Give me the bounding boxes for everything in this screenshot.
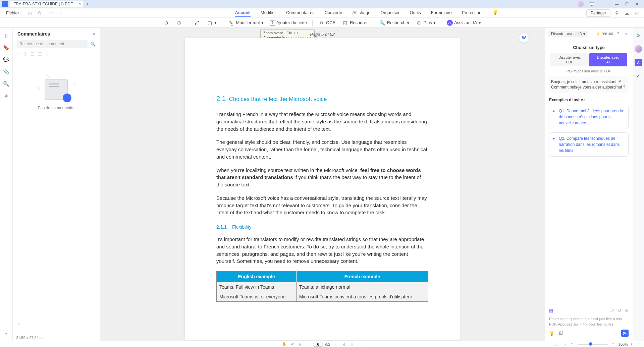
ai-doc-icon[interactable]: ▤	[549, 308, 553, 313]
ai-image-icon[interactable]: 🖼	[558, 331, 563, 336]
list-view-icon[interactable]: ≡	[17, 51, 19, 57]
tab-outils[interactable]: Outils	[410, 9, 421, 17]
ai-close-icon[interactable]: ×	[623, 31, 629, 37]
more-label: Plus	[424, 20, 432, 25]
tab-formulaire[interactable]: Formulaire	[431, 9, 452, 17]
tab-modifier[interactable]: Modifier	[261, 9, 276, 17]
ocr-button[interactable]: ⧈OCR	[316, 18, 338, 27]
edit-all-button[interactable]: ✎̲Modifier tout▾	[226, 18, 266, 27]
filter2-icon[interactable]: ☲	[38, 51, 42, 57]
paragraph: The general style should be clear, frien…	[216, 138, 428, 160]
subsection-title: Flexibility	[232, 224, 252, 230]
settings-sliders-icon[interactable]: ⚙	[635, 32, 642, 39]
account-avatar[interactable]	[578, 1, 584, 7]
cloud-upload-icon[interactable]: ☁	[623, 9, 631, 17]
funnel-icon[interactable]: ▽	[46, 51, 49, 57]
last-page-button[interactable]: ›|	[341, 342, 346, 347]
ai-chat-pdf-button[interactable]: Discuter avec PDF	[550, 53, 589, 66]
collapse-ribbon-icon[interactable]: ▭	[633, 9, 641, 17]
recrop-button[interactable]: ◰Recadrer	[340, 18, 370, 27]
open-icon[interactable]: ▭	[26, 9, 34, 17]
print-icon[interactable]: ⎙	[36, 9, 43, 17]
comments-icon[interactable]: 💬	[3, 57, 9, 63]
prev-page-button[interactable]: ‹	[306, 342, 311, 347]
check-icon[interactable]: ✔	[635, 72, 642, 79]
app-icon	[2, 1, 8, 7]
more-button[interactable]: ⊕Plus▾	[414, 18, 438, 27]
comments-panel: Commentaires × 🔍 ≡ ⇅ ☰ ☲ ▽ ◇ ◇ ◇ Pas de …	[13, 28, 100, 341]
tab-protection[interactable]: Protection	[462, 9, 482, 17]
zoom-in-button[interactable]: ⊕	[174, 18, 184, 27]
view-mode1-icon[interactable]: ▯	[349, 342, 355, 347]
attachments-icon[interactable]: 📎	[3, 69, 9, 75]
maximize-button[interactable]: ❐	[622, 0, 632, 8]
help-icon[interactable]: ?	[3, 332, 9, 338]
fit-page-icon[interactable]: ⊡	[553, 342, 559, 347]
reading-mode-icon[interactable]: ▭	[561, 342, 567, 347]
ai-greeting: Bonjour, je suis Lumi, votre assistant I…	[549, 76, 629, 93]
ai-assistant-button[interactable]: AIAssistant IA▾	[445, 19, 483, 27]
tab-add-button[interactable]: +	[84, 1, 90, 7]
highlighter-button[interactable]: 🖍	[192, 18, 202, 27]
ai-lightbulb-icon[interactable]: 💡	[549, 331, 554, 336]
ai-history-icon[interactable]: ↺	[618, 308, 622, 313]
ai-input-placeholder[interactable]: Posez toute question qui n'est pas liée …	[549, 316, 629, 327]
layers-icon[interactable]: ◈	[3, 93, 9, 99]
edit-all-label: Modifier tout	[236, 20, 260, 25]
zoom-in-icon[interactable]: ⊕	[610, 342, 616, 347]
ai-help-icon[interactable]: ?	[615, 31, 621, 37]
share-button[interactable]: Partager	[586, 9, 610, 17]
feedback-icon[interactable]: 💬	[587, 0, 597, 8]
ai-mode-select[interactable]: Discuter avec l'IA▾	[548, 31, 588, 37]
ai-badge-icon[interactable]: A	[635, 59, 642, 66]
empty-text: Pas de commentaire	[38, 106, 74, 110]
tab-convertir[interactable]: Convertir	[325, 9, 342, 17]
ai-new-icon[interactable]: ⊕	[625, 308, 629, 313]
ai-chat-ai-button[interactable]: Discuter avec AI	[589, 53, 628, 66]
share-link-icon[interactable]: ⚲	[613, 9, 621, 17]
collapse-panel-icon[interactable]: ‹	[16, 320, 22, 326]
ai-example-prompt[interactable]: Q2. Compare les techniques de narration …	[549, 132, 629, 157]
menu-dots-icon[interactable]: ⋮	[597, 0, 607, 8]
document-tab[interactable]: FRA-FRA-STYLEGUIDE (1).PDF ×	[10, 1, 83, 7]
comments-search-input[interactable]	[17, 40, 88, 48]
export-word-button[interactable]: W	[519, 33, 529, 43]
ai-orb-icon[interactable]	[635, 45, 642, 53]
tab-close-icon[interactable]: ×	[78, 2, 81, 6]
divider	[45, 10, 45, 16]
bookmarks-icon[interactable]: 🔖	[3, 45, 9, 51]
ai-example-prompt[interactable]: Q1. Donne-moi 3 idées pour prendre de bo…	[549, 105, 629, 129]
fullscreen-icon[interactable]: ⛶	[635, 342, 641, 347]
shape-button[interactable]: ▢▾	[204, 18, 219, 27]
close-button[interactable]: ✕	[632, 0, 642, 8]
file-menu[interactable]: Fichier	[3, 10, 22, 16]
zoom-out-icon[interactable]: ⊖	[570, 342, 575, 347]
next-page-button[interactable]: ›	[333, 342, 338, 347]
sort-icon[interactable]: ⇅	[23, 51, 27, 57]
minimize-button[interactable]: —	[612, 0, 622, 8]
select-tool-icon[interactable]: ⬀	[289, 342, 295, 347]
view-mode2-icon[interactable]: ▭	[357, 342, 363, 347]
add-text-button[interactable]: TAjouter du texte	[268, 19, 309, 26]
comments-close-icon[interactable]: ×	[92, 32, 95, 37]
lightbulb-icon[interactable]: 💡	[491, 9, 499, 16]
zoom-out-button[interactable]: ⊖	[161, 18, 172, 27]
first-page-button[interactable]: |‹	[298, 342, 303, 347]
tab-accueil[interactable]: Accueil	[235, 9, 251, 17]
redo-icon[interactable]: ↷	[57, 9, 64, 17]
zoom-slider[interactable]	[578, 344, 608, 345]
thumbnails-icon[interactable]: ▯	[3, 33, 9, 39]
page-number-input[interactable]	[314, 342, 322, 347]
hand-tool-icon[interactable]: ✋	[281, 342, 287, 347]
search-icon[interactable]: 🔍	[90, 42, 96, 47]
search-button[interactable]: 🔍Rechercher	[377, 18, 411, 27]
undo-icon[interactable]: ↶	[47, 9, 55, 17]
ai-expand-icon[interactable]: ⤢	[611, 308, 614, 313]
filter1-icon[interactable]: ☰	[30, 51, 35, 57]
tab-commentaires[interactable]: Commentaires	[286, 9, 315, 17]
tab-affichage[interactable]: Affichage	[352, 9, 370, 17]
search-rail-icon[interactable]: 🔍	[3, 81, 9, 87]
tab-organiser[interactable]: Organiser	[380, 9, 399, 17]
ai-send-button[interactable]	[621, 330, 629, 337]
document-area[interactable]: Zoom avant Ctrl + + Augmenter le ration …	[100, 28, 545, 341]
